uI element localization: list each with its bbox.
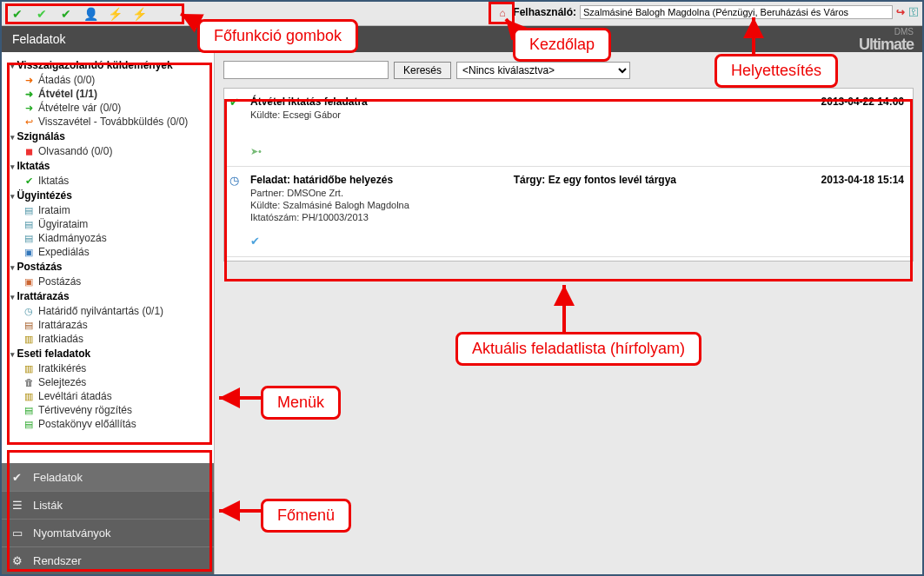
- tree-section[interactable]: Eseti feladatok: [5, 346, 210, 361]
- tree-item[interactable]: ▤Kiadmányozás: [5, 231, 210, 245]
- key-icon[interactable]: ⚿: [908, 6, 919, 18]
- home-icon: ⌂: [499, 7, 505, 19]
- search-button[interactable]: Keresés: [394, 62, 451, 79]
- mainmenu-listak[interactable]: ☰Listák: [2, 491, 214, 519]
- feed-iktsz: Iktatószám: PH/10003/2013: [250, 212, 904, 222]
- doc-icon: ▥: [23, 363, 35, 374]
- feed-item[interactable]: ✔ Átvétel iktatás feladatra 2013-04-22 1…: [224, 89, 913, 167]
- feed-timestamp: 2013-04-22 14:06: [821, 96, 904, 108]
- tree-item[interactable]: ▤Ügyirataim: [5, 217, 210, 231]
- doc-out-icon: ▥: [23, 334, 35, 345]
- mail-icon: ◼: [23, 146, 35, 157]
- tree-section[interactable]: Ügyintézés: [5, 188, 210, 203]
- annotation-callout: Menük: [261, 386, 341, 420]
- home-button[interactable]: ⌂: [493, 4, 512, 22]
- tree-menu: Visszaigazolandó küldemények ➜Átadás (0/…: [2, 52, 214, 463]
- clock-blue-icon: ◷: [229, 174, 239, 187]
- archive-icon: ▤: [23, 320, 35, 331]
- tree-item[interactable]: ➜Átvétel (1/1): [5, 87, 210, 101]
- user-label: Felhasználó:: [513, 6, 576, 18]
- bolt-orange-icon[interactable]: ⚡: [108, 7, 122, 21]
- tree-item[interactable]: ▥Levéltári átadás: [5, 389, 210, 403]
- forward-icon[interactable]: ➤•: [250, 146, 904, 157]
- mainmenu-rendszer[interactable]: ⚙Rendszer: [2, 546, 214, 574]
- print-icon: ▭: [12, 526, 26, 540]
- filter-select[interactable]: <Nincs kiválasztva>: [456, 62, 630, 79]
- tree-item[interactable]: ↩Visszavétel - Továbbküldés (0/0): [5, 115, 210, 129]
- user-area: Felhasználó: ↪ ⚿: [513, 5, 919, 19]
- tree-section[interactable]: Szignálás: [5, 129, 210, 144]
- doc-icon: ▤: [23, 205, 35, 216]
- tree-section[interactable]: Iktatás: [5, 158, 210, 174]
- out-icon: ▣: [23, 247, 35, 258]
- check-green-icon[interactable]: ✔: [10, 7, 24, 21]
- tree-item[interactable]: ▣Postázás: [5, 275, 210, 288]
- tree-item[interactable]: ➜Átadás (0/0): [5, 73, 210, 87]
- toolbar-icon-group: ✔ ✔ ✔ 👤 ⚡ ⚡: [5, 5, 151, 23]
- tree-section[interactable]: Irattárazás: [5, 288, 210, 304]
- feed-list: ✔ Átvétel iktatás feladatra 2013-04-22 1…: [223, 88, 914, 262]
- mainmenu-nyomtatvanyok[interactable]: ▭Nyomtatványok: [2, 519, 214, 546]
- tree-item[interactable]: ✔Iktatás: [5, 174, 210, 188]
- feed-partner: Partner: DMSOne Zrt.: [250, 188, 904, 198]
- system-icon: ⚙: [12, 554, 26, 567]
- feed-timestamp: 2013-04-18 15:14: [821, 174, 904, 186]
- annotation-callout: Aktuális feladatlista (hírfolyam): [455, 332, 701, 366]
- content-area: Keresés <Nincs kiválasztva> ✔ Átvétel ik…: [215, 52, 922, 574]
- feed-sender: Küldte: Szalmásiné Balogh Magdolna: [250, 200, 904, 210]
- trash-icon: 🗑: [23, 377, 35, 387]
- arrow-right-green-icon: ➜: [23, 89, 35, 100]
- tree-item[interactable]: ▥Iratkiadás: [5, 332, 210, 346]
- doc-icon: ▤: [23, 233, 35, 244]
- tree-section[interactable]: Visszaigazolandó küldemények: [5, 57, 210, 73]
- tree-item[interactable]: 🗑Selejtezés: [5, 375, 210, 389]
- tree-item[interactable]: ▤Postakönyv előállítás: [5, 417, 210, 431]
- tree-item[interactable]: ▥Iratkikérés: [5, 361, 210, 375]
- user-icon[interactable]: 👤: [83, 7, 97, 21]
- sidebar: Visszaigazolandó küldemények ➜Átadás (0/…: [2, 52, 215, 574]
- arrow-right-icon: ➜: [23, 75, 35, 86]
- toolbar: ✔ ✔ ✔ 👤 ⚡ ⚡ ⌂ Felhasználó: ↪ ⚿: [2, 2, 922, 26]
- feed-title: Átvétel iktatás feladatra: [250, 96, 368, 108]
- clock-icon: ➜: [23, 103, 35, 114]
- brand: DMS Ultimate: [859, 28, 914, 52]
- tree-section[interactable]: Postázás: [5, 259, 210, 275]
- receipt-icon: ▤: [23, 405, 35, 416]
- check-icon: ✔: [12, 471, 26, 484]
- check-green3-icon[interactable]: ✔: [59, 7, 73, 21]
- page-title: Feladatok: [12, 32, 65, 46]
- tree-item[interactable]: ▣Expediálás: [5, 245, 210, 259]
- arrow-icon: ↩: [23, 116, 35, 128]
- main-menu: ✔Feladatok ☰Listák ▭Nyomtatványok ⚙Rends…: [2, 463, 214, 574]
- brand-big: Ultimate: [859, 36, 914, 52]
- tree-item[interactable]: ▤Irataim: [5, 203, 210, 217]
- mainmenu-feladatok[interactable]: ✔Feladatok: [2, 463, 214, 491]
- feed-sender: Küldte: Ecsegi Gábor: [250, 109, 904, 120]
- tree-item[interactable]: ◼Olvasandó (0/0): [5, 144, 210, 158]
- logout-icon[interactable]: ↪: [896, 6, 905, 18]
- tree-item[interactable]: ◷Határidő nyilvántartás (0/1): [5, 304, 210, 318]
- list-icon: ☰: [12, 499, 26, 512]
- annotation-callout: Kezdőlap: [513, 28, 611, 62]
- bolt-orange2-icon[interactable]: ⚡: [132, 7, 146, 21]
- feed-item[interactable]: ◷ Feladat: határidőbe helyezés Tárgy: Ez…: [224, 167, 913, 257]
- box-icon: ▣: [23, 276, 35, 288]
- check-green2-icon[interactable]: ✔: [35, 7, 49, 21]
- page-header: Feladatok DMS Ultimate: [2, 26, 922, 52]
- ok-circle-icon[interactable]: ✔: [250, 235, 904, 248]
- feed-title: Feladat: határidőbe helyezés: [250, 174, 393, 186]
- tree-item[interactable]: ▤Irattárazás: [5, 318, 210, 332]
- check-green-icon: ✔: [229, 96, 239, 109]
- annotation-callout: Főmenü: [261, 499, 351, 533]
- annotation-callout: Főfunkció gombok: [197, 19, 358, 53]
- book-icon: ▤: [23, 419, 35, 430]
- search-input[interactable]: [223, 61, 389, 79]
- annotation-callout: Helyettesítés: [715, 54, 838, 88]
- tree-item[interactable]: ▤Tértivevény rögzítés: [5, 403, 210, 417]
- doc-icon: ▤: [23, 219, 35, 230]
- feed-subject: Tárgy: Ez egy fontos levél tárgya: [514, 174, 676, 186]
- user-field[interactable]: [580, 5, 893, 19]
- tree-item[interactable]: ➜Átvételre vár (0/0): [5, 101, 210, 115]
- clock-icon: ◷: [23, 306, 35, 317]
- archive-icon: ▥: [23, 391, 35, 402]
